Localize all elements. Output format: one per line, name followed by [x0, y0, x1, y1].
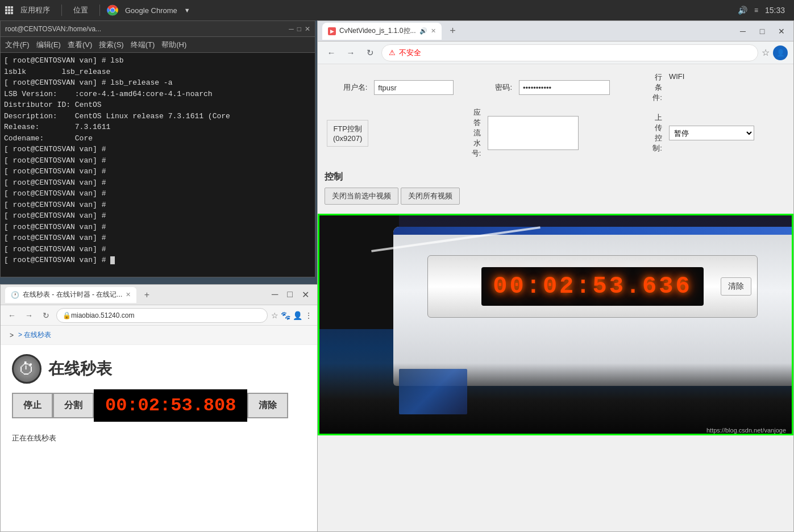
bookmark-icon[interactable]: ☆ — [271, 311, 278, 320]
svg-rect-7 — [8, 12, 10, 14]
username-input[interactable] — [374, 80, 454, 95]
response-input[interactable] — [488, 116, 579, 150]
chrome-reload-button[interactable]: ↻ — [362, 45, 378, 61]
terminal-menu-terminal[interactable]: 终端(T) — [131, 40, 155, 50]
terminal-output: [ root@CENTOSVAN van] # lsb lsblk lsb_re… — [1, 53, 315, 277]
chrome-back-button[interactable]: ← — [323, 45, 339, 61]
chrome-minimize-button[interactable]: ─ — [735, 24, 750, 39]
video-container: 00:02:53.636 清除 https://blog.csdn.net/va… — [318, 214, 793, 435]
led-display-board: 00:02:53.636 清除 — [427, 255, 758, 318]
minimize-button[interactable]: ─ — [268, 289, 281, 300]
close-button[interactable]: ✕ — [298, 289, 313, 300]
webapp-area: 用户名: 密码: 行条件: — [318, 64, 793, 531]
led-timer-display: 00:02:53.636 — [493, 273, 692, 300]
window-reflection — [399, 369, 467, 414]
terminal-close[interactable]: ✕ — [305, 25, 310, 33]
ftp-control-button[interactable]: FTP控制(0x9207) — [327, 120, 368, 147]
bookmark-star-icon[interactable]: ☆ — [762, 47, 770, 58]
apps-menu-section[interactable]: 应用程序 — [0, 4, 59, 16]
position-menu-section[interactable]: 位置 — [64, 4, 97, 16]
form-row-ftp: FTP控制(0x9207) 应答流水号: 上传控制: — [325, 105, 787, 161]
row-condition-value: WIFI — [669, 72, 684, 81]
terminal-line: [ root@CENTOSVAN van] # — [4, 222, 311, 233]
terminal-line: Description: CentOS Linux release 7.3.16… — [4, 111, 311, 122]
stopwatch-tab-favicon: 🕐 — [11, 291, 19, 299]
new-tab-button[interactable]: + — [140, 288, 153, 302]
video-frame: 00:02:53.636 清除 https://blog.csdn.net/va… — [319, 215, 792, 435]
terminal-line: [ root@CENTOSVAN van] # — [4, 244, 311, 255]
chrome-tab-close-button[interactable]: ✕ — [431, 27, 436, 35]
close-selected-video-button[interactable]: 关闭当前选中视频 — [325, 188, 398, 205]
security-warning-icon: ⚠ — [389, 48, 396, 57]
stop-button[interactable]: 停止 — [12, 393, 53, 418]
chrome-menu-section[interactable]: Google Chrome ▼ — [102, 5, 195, 16]
terminal-maximize[interactable]: □ — [297, 25, 301, 33]
terminal-line: [ root@CENTOSVAN van] # — [4, 177, 311, 189]
extensions-icon[interactable]: 🐾 — [281, 311, 290, 320]
breadcrumb-link[interactable]: > 在线秒表 — [18, 330, 51, 340]
terminal-menu-edit[interactable]: 编辑(E) — [36, 40, 61, 50]
stopwatch-title-area: 在线秒表 — [1, 345, 317, 389]
video-credits: https://blog.csdn.net/vanjoge — [706, 427, 786, 434]
chrome-logo-icon — [107, 5, 118, 16]
settings-form: 用户名: 密码: 行条件: — [325, 70, 787, 161]
avatar-icon: 👤 — [776, 49, 785, 57]
terminal-minimize[interactable]: ─ — [289, 25, 294, 33]
back-button[interactable]: ← — [5, 309, 19, 322]
led-clear-button[interactable]: 清除 — [721, 277, 751, 296]
chrome-address-bar[interactable]: ⚠ 不安全 — [381, 44, 758, 61]
svg-rect-6 — [5, 12, 7, 14]
apps-menu-item[interactable]: 应用程序 — [16, 4, 55, 16]
terminal-line: [ root@CENTOSVAN van] # — [4, 255, 311, 266]
upload-select[interactable]: 暂停 上传 停止 — [669, 126, 754, 140]
close-all-videos-button[interactable]: 关闭所有视频 — [401, 188, 460, 205]
terminal-line: [ root@CENTOSVAN van] # — [4, 232, 311, 244]
position-menu-item[interactable]: 位置 — [69, 4, 93, 16]
terminal-menu-help[interactable]: 帮助(H) — [161, 40, 186, 50]
system-clock: 15:33 — [765, 6, 785, 15]
volume-icon: 🔊 — [738, 6, 747, 15]
chrome-window-buttons: ─ □ ✕ — [735, 24, 789, 39]
control-section-title: 控制 — [325, 171, 787, 183]
stopwatch-browser-tab[interactable]: 🕐 在线秒表 - 在线计时器 - 在线记... ✕ — [5, 287, 136, 303]
terminal-menu-view[interactable]: 查看(V) — [68, 40, 92, 50]
terminal-menu-file[interactable]: 文件(F) — [5, 40, 30, 50]
stopwatch-tab-close[interactable]: ✕ — [126, 291, 131, 298]
reload-button[interactable]: ↻ — [39, 309, 53, 322]
menu-icon: ≡ — [754, 6, 758, 14]
chrome-forward-button[interactable]: → — [343, 45, 359, 61]
more-icon[interactable]: ⋮ — [305, 311, 313, 320]
profile-icon[interactable]: 👤 — [293, 311, 302, 320]
stopwatch-address-bar[interactable]: 🔒 miaobiao.51240.com — [56, 308, 268, 323]
chrome-main-window: ▶ CvNetVideo_js_1.1.0控... 🔊 ✕ + ─ □ ✕ ← … — [317, 20, 794, 532]
terminal-line: Release: 7.3.1611 — [4, 122, 311, 133]
chrome-restore-button[interactable]: □ — [755, 24, 770, 39]
svg-rect-4 — [8, 9, 10, 11]
apps-icon — [5, 6, 14, 15]
chrome-close-button[interactable]: ✕ — [774, 24, 789, 39]
url-text: miaobiao.51240.com — [71, 311, 134, 319]
maximize-button[interactable]: □ — [284, 289, 296, 300]
split-button[interactable]: 分割 — [53, 393, 94, 418]
stopwatch-main-title: 在线秒表 — [48, 358, 112, 380]
terminal-line: Codename: Core — [4, 133, 311, 144]
form-section: 用户名: 密码: 行条件: — [318, 64, 793, 167]
terminal-menu-search[interactable]: 搜索(S) — [99, 40, 123, 50]
clear-button[interactable]: 清除 — [247, 393, 288, 418]
form-row-user: 用户名: 密码: 行条件: — [325, 70, 787, 105]
terminal-title-text: root@CENTOSVAN:/home/va... — [5, 25, 284, 33]
video-dark-bottom — [319, 363, 792, 435]
chrome-menu-item[interactable]: Google Chrome — [120, 5, 182, 16]
chrome-main-tab[interactable]: ▶ CvNetVideo_js_1.1.0控... 🔊 ✕ — [322, 23, 442, 40]
password-label: 密码: — [495, 83, 512, 92]
terminal-line: [ root@CENTOSVAN van] # — [4, 210, 311, 222]
chrome-new-tab-button[interactable]: + — [445, 23, 461, 39]
password-input[interactable] — [519, 80, 610, 95]
top-menubar: 应用程序 位置 Google Chrome ▼ 🔊 ≡ 15:33 — [0, 0, 794, 20]
svg-rect-5 — [11, 9, 13, 11]
forward-button[interactable]: → — [22, 309, 36, 322]
chrome-profile-avatar[interactable]: 👤 — [773, 45, 788, 60]
stopwatch-page-content: > > 在线秒表 在线秒表 停止 分割 00:02:53.808 清除 正在在线… — [1, 326, 317, 531]
svg-rect-3 — [5, 9, 7, 11]
mute-icon[interactable]: 🔊 — [419, 27, 427, 35]
